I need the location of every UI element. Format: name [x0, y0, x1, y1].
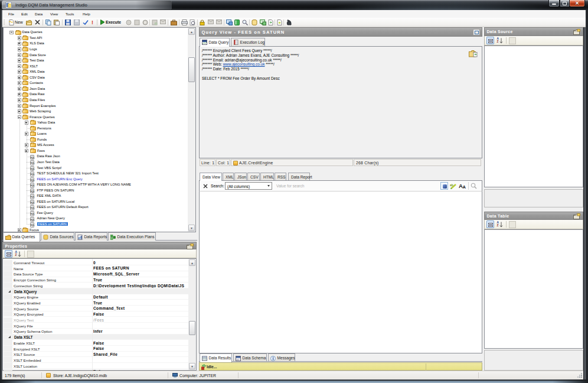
svg-text:ab: ab — [450, 183, 453, 186]
svg-text:A: A — [463, 184, 466, 189]
